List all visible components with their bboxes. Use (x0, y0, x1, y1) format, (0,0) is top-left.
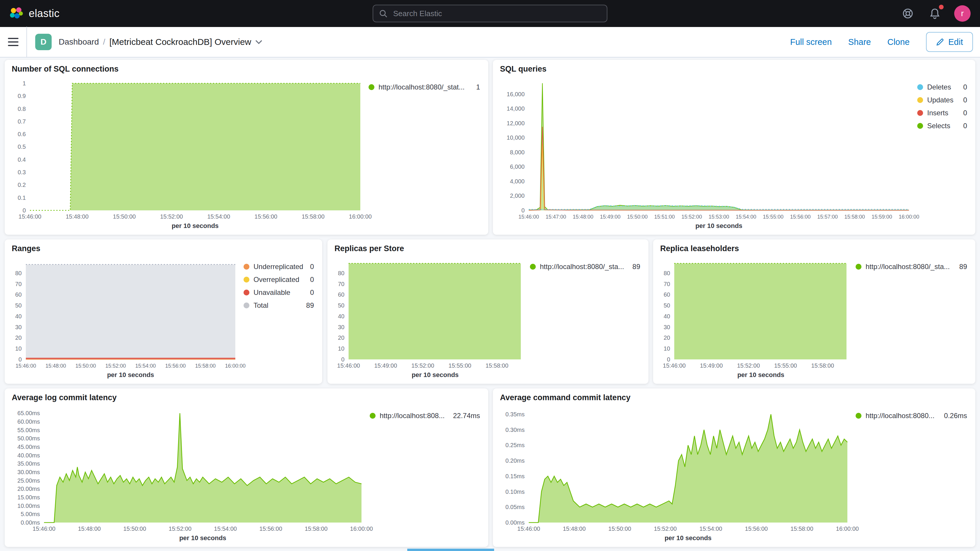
svg-text:35.00ms: 35.00ms (18, 460, 40, 467)
svg-text:15:46:00: 15:46:00 (33, 526, 56, 532)
svg-text:0.00ms: 0.00ms (505, 519, 525, 526)
panel-number-of-sql-connections: Number of SQL connections 10.90.80.70.60… (5, 60, 488, 235)
user-avatar[interactable]: r (954, 5, 970, 22)
svg-text:70: 70 (15, 281, 22, 287)
dashboard-title-text: [Metricbeat CockroachDB] Overview (110, 37, 251, 47)
legend-item[interactable]: http://localhost:8080/_sta...89 (856, 263, 967, 271)
breadcrumb-dashboard[interactable]: Dashboard (59, 37, 99, 47)
space-initial: D (40, 37, 46, 47)
legend-value: 0 (963, 122, 967, 130)
svg-text:30.00ms: 30.00ms (18, 469, 40, 475)
svg-text:2,000: 2,000 (510, 193, 525, 199)
legend-item[interactable]: Deletes0 (917, 83, 967, 91)
svg-text:15:47:00: 15:47:00 (546, 214, 566, 220)
svg-text:55.00ms: 55.00ms (18, 427, 40, 433)
svg-text:10: 10 (664, 346, 670, 352)
help-icon[interactable] (900, 6, 915, 21)
svg-text:15:52:00: 15:52:00 (411, 362, 434, 369)
svg-text:0.3: 0.3 (18, 169, 26, 175)
dashboard-title[interactable]: [Metricbeat CockroachDB] Overview (110, 37, 262, 47)
svg-text:15:50:00: 15:50:00 (75, 363, 96, 369)
legend-label: http://localhost:8080/_stat... (379, 83, 472, 91)
svg-text:15:52:00: 15:52:00 (169, 526, 192, 532)
svg-text:50: 50 (338, 302, 344, 309)
chart-legend: http://localhost:8080/_sta...89 (525, 254, 641, 379)
legend-item[interactable]: Unavailable0 (243, 288, 314, 297)
svg-text:15:50:00: 15:50:00 (123, 526, 146, 532)
legend-item[interactable]: http://localhost:8080...0.26ms (856, 412, 967, 420)
global-search[interactable] (372, 5, 608, 22)
hamburger-icon (8, 38, 19, 46)
svg-text:50: 50 (15, 302, 22, 309)
svg-text:60: 60 (664, 291, 670, 298)
svg-text:14,000: 14,000 (507, 105, 525, 112)
svg-text:15:52:00: 15:52:00 (681, 214, 702, 220)
panel-title[interactable]: Average log commit latency (12, 393, 481, 402)
elastic-logo[interactable]: elastic (10, 6, 60, 21)
svg-text:15:52:00: 15:52:00 (654, 526, 677, 532)
legend-item[interactable]: Selects0 (917, 122, 967, 130)
svg-text:15:46:00: 15:46:00 (16, 363, 36, 369)
svg-text:15:57:00: 15:57:00 (817, 214, 838, 220)
legend-item[interactable]: http://localhost:8080/_stat...1 (369, 83, 480, 91)
search-input[interactable] (392, 8, 601, 19)
edit-button[interactable]: Edit (926, 32, 973, 52)
panel-title[interactable]: Replicas per Store (334, 244, 641, 253)
log-commit-latency-chart[interactable]: 65.00ms60.00ms55.00ms50.00ms45.00ms40.00… (12, 403, 365, 542)
panel-title[interactable]: Number of SQL connections (12, 65, 481, 74)
legend-item[interactable]: Inserts0 (917, 109, 967, 117)
legend-color-dot (856, 413, 861, 419)
panel-title[interactable]: Average command commit latency (500, 393, 968, 402)
svg-text:15:58:00: 15:58:00 (791, 526, 813, 532)
sql-queries-chart[interactable]: 16,00014,00012,00010,0008,0006,0004,0002… (500, 75, 913, 230)
legend-color-dot (243, 290, 250, 295)
clone-button[interactable]: Clone (887, 37, 910, 47)
svg-text:8,000: 8,000 (510, 149, 525, 156)
main-menu-button[interactable] (0, 27, 27, 57)
svg-text:15:54:00: 15:54:00 (736, 214, 756, 220)
legend-item[interactable]: http://localhost:808...22.74ms (370, 412, 480, 420)
svg-text:0: 0 (667, 356, 670, 363)
svg-text:15:58:00: 15:58:00 (195, 363, 216, 369)
ranges-chart[interactable]: 8070605040302010015:46:0015:48:0015:50:0… (12, 254, 239, 379)
legend-item[interactable]: Total89 (243, 301, 314, 309)
svg-text:0.5: 0.5 (18, 143, 26, 150)
svg-text:15:49:00: 15:49:00 (374, 362, 397, 369)
notifications-icon[interactable] (927, 6, 942, 21)
svg-text:12,000: 12,000 (507, 120, 525, 126)
legend-value: 0 (310, 276, 314, 284)
panel-title[interactable]: Replica leaseholders (660, 244, 968, 253)
svg-text:15:48:00: 15:48:00 (573, 214, 593, 220)
chart-legend: http://localhost:8080/_stat...1 (364, 75, 481, 230)
svg-text:40: 40 (15, 313, 22, 320)
legend-label: Selects (927, 122, 959, 130)
chevron-down-icon (255, 40, 262, 44)
svg-text:15:46:00: 15:46:00 (19, 213, 41, 220)
full-screen-button[interactable]: Full screen (790, 37, 832, 47)
svg-text:70: 70 (664, 281, 670, 287)
pencil-icon (936, 38, 944, 46)
svg-text:0: 0 (522, 207, 525, 213)
notification-badge-dot (939, 5, 943, 10)
svg-text:20: 20 (338, 334, 344, 341)
replica-leaseholders-chart[interactable]: 8070605040302010015:46:0015:49:0015:52:0… (660, 254, 851, 379)
svg-text:15:50:00: 15:50:00 (113, 213, 136, 220)
svg-text:15:46:00: 15:46:00 (663, 362, 686, 369)
panel-title[interactable]: SQL queries (500, 65, 968, 74)
legend-item[interactable]: Updates0 (917, 96, 967, 104)
svg-text:0.10ms: 0.10ms (505, 489, 525, 495)
svg-text:15:48:00: 15:48:00 (78, 526, 101, 532)
replicas-per-store-chart[interactable]: 8070605040302010015:46:0015:49:0015:52:0… (334, 254, 525, 379)
svg-text:50.00ms: 50.00ms (18, 435, 40, 441)
svg-text:15:52:00: 15:52:00 (737, 362, 760, 369)
legend-item[interactable]: Overreplicated0 (243, 276, 314, 284)
svg-text:0: 0 (19, 356, 22, 363)
svg-text:0.7: 0.7 (18, 118, 26, 125)
sql-connections-chart[interactable]: 10.90.80.70.60.50.40.30.20.1015:46:0015:… (12, 75, 364, 230)
command-commit-latency-chart[interactable]: 0.35ms0.30ms0.25ms0.20ms0.15ms0.10ms0.05… (500, 403, 851, 542)
panel-title[interactable]: Ranges (12, 244, 315, 253)
share-button[interactable]: Share (848, 37, 871, 47)
legend-item[interactable]: Underreplicated0 (243, 263, 314, 271)
space-avatar[interactable]: D (35, 34, 52, 50)
legend-item[interactable]: http://localhost:8080/_sta...89 (530, 263, 640, 271)
